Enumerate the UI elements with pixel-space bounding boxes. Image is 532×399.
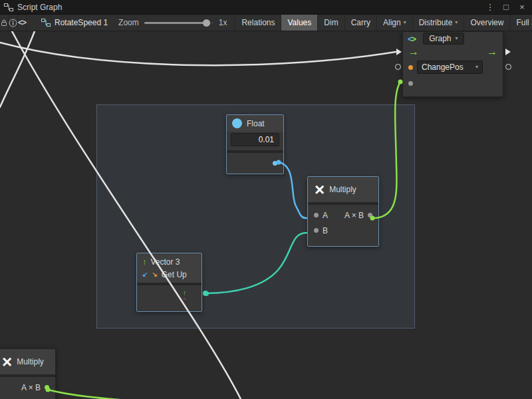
- graph-name: RotateSpeed 1: [55, 18, 108, 27]
- fullscreen-button[interactable]: Full Screen: [509, 15, 532, 31]
- carry-button[interactable]: Carry: [344, 15, 376, 31]
- titlebar: Script Graph ⋮ □ ×: [0, 0, 532, 14]
- close-icon[interactable]: ×: [516, 1, 528, 13]
- value-input-row: [403, 76, 503, 90]
- variable-name-port[interactable]: [408, 65, 413, 70]
- flow-in-arrow-icon[interactable]: →: [408, 47, 419, 57]
- float-value-input[interactable]: 0.01: [231, 133, 279, 146]
- value-input-port[interactable]: [408, 81, 413, 86]
- multiply-icon: ×: [2, 354, 12, 370]
- multiply-input-b-port[interactable]: [314, 228, 319, 233]
- chevron-down-icon: ▾: [456, 36, 458, 41]
- graph-breadcrumb[interactable]: RotateSpeed 1: [41, 15, 108, 31]
- vector3-up-icon: ↑: [142, 257, 147, 266]
- float-node-title: Float: [247, 119, 265, 128]
- vector3-node-subtitle: Get Up: [162, 270, 187, 279]
- chevron-down-icon: ▾: [404, 20, 406, 25]
- zoom-slider-handle[interactable]: [203, 19, 210, 27]
- info-icon: [9, 19, 17, 27]
- vector3-axes-icon: ↑ →: [180, 291, 190, 301]
- script-graph-window: Script Graph ⋮ □ × <>: [0, 0, 532, 399]
- control-output-port[interactable]: [505, 49, 511, 55]
- get-up-icon-right: ↘: [152, 271, 157, 278]
- graph-canvas[interactable]: Float 0.01 × Multiply A A: [0, 31, 532, 399]
- vector3-node-body: ↑ →: [137, 285, 201, 311]
- overview-button[interactable]: Overview: [464, 15, 509, 31]
- multiply-node-header: × Multiply: [308, 177, 378, 202]
- control-wire-to-set-variable: [0, 43, 396, 65]
- zoom-value: 1x: [219, 18, 227, 27]
- lock-icon: [0, 19, 8, 27]
- code-icon: <>: [18, 18, 26, 27]
- script-graph-icon: [4, 3, 13, 11]
- multiply-node-title: Multiply: [329, 185, 356, 194]
- wire-partial-multiply-out: [48, 390, 138, 399]
- multiply-partial-output-port[interactable]: [45, 385, 49, 390]
- visual-scripting-icon: <>: [408, 34, 415, 44]
- info-button[interactable]: [9, 15, 18, 31]
- zoom-group: Zoom 1x: [118, 15, 227, 31]
- unconnected-port-right[interactable]: [505, 64, 511, 70]
- control-flow-row: → →: [403, 45, 503, 59]
- zoom-slider[interactable]: [144, 22, 213, 24]
- get-up-icon-left: ↙: [142, 271, 148, 278]
- graph-asset-icon: [41, 19, 51, 27]
- chevron-down-icon: ▾: [455, 20, 458, 25]
- vector3-node-title: Vector 3: [151, 257, 180, 267]
- values-button[interactable]: Values: [281, 15, 317, 31]
- code-view-button[interactable]: <>: [18, 15, 27, 31]
- multiply-partial-header: × Multiply: [0, 349, 55, 374]
- toolbar-buttons: Relations Values Dim Carry Align▾ Distri…: [235, 15, 532, 31]
- maximize-icon[interactable]: □: [500, 1, 512, 13]
- align-button[interactable]: Align▾: [376, 15, 412, 31]
- multiply-input-a-label: A: [323, 211, 328, 220]
- distribute-button[interactable]: Distribute▾: [412, 15, 464, 31]
- multiply-input-a-port[interactable]: [314, 213, 319, 217]
- flow-out-arrow-icon[interactable]: →: [487, 47, 497, 57]
- variable-name-dropdown[interactable]: ChangePos ▾: [417, 61, 483, 74]
- menu-icon[interactable]: ⋮: [484, 1, 496, 13]
- control-wire-left: [0, 31, 35, 107]
- multiply-input-b-label: B: [323, 226, 328, 235]
- multiply-output-port[interactable]: [368, 213, 372, 217]
- multiply-icon: ×: [315, 182, 325, 198]
- multiply-partial-body: A A × B: [0, 377, 55, 399]
- chevron-down-icon: ▾: [475, 65, 478, 70]
- zoom-label: Zoom: [118, 18, 139, 27]
- variable-kind-dropdown[interactable]: Graph ▾: [423, 33, 464, 45]
- unconnected-port-left[interactable]: [395, 64, 401, 70]
- control-input-port[interactable]: [396, 49, 402, 55]
- float-node-body: [227, 153, 283, 174]
- multiply-node-partial[interactable]: × Multiply A A × B: [0, 348, 56, 399]
- dim-button[interactable]: Dim: [317, 15, 344, 31]
- relations-button[interactable]: Relations: [235, 15, 281, 31]
- variable-name-row: ChangePos ▾: [403, 59, 503, 76]
- zoom-slider-fill: [144, 22, 207, 24]
- window-title: Script Graph: [17, 3, 62, 12]
- multiply-node-body: A A × B B: [308, 205, 378, 246]
- vector3-output-port[interactable]: [204, 291, 209, 296]
- lock-button[interactable]: [0, 15, 9, 31]
- set-variable-node[interactable]: <> Graph ▾ → → ChangePos ▾: [402, 31, 503, 97]
- multiply-node[interactable]: × Multiply A A × B B: [307, 176, 379, 247]
- multiply-partial-out-label: A × B: [21, 383, 41, 392]
- variable-kind-row: <> Graph ▾: [403, 32, 503, 45]
- graph-toolbar: <> RotateSpeed 1 Zoom 1x Relations Value…: [0, 14, 532, 31]
- multiply-output-label: A × B: [344, 211, 364, 220]
- vector3-node-header: ↑ Vector 3 ↙ ↘ Get Up: [137, 253, 201, 283]
- float-node[interactable]: Float 0.01: [226, 114, 284, 174]
- float-type-icon: [232, 118, 242, 128]
- vector3-get-up-node[interactable]: ↑ Vector 3 ↙ ↘ Get Up ↑ →: [136, 253, 202, 312]
- float-output-port[interactable]: [273, 161, 277, 166]
- float-node-header: Float: [227, 115, 283, 132]
- multiply-partial-title: Multiply: [17, 357, 44, 366]
